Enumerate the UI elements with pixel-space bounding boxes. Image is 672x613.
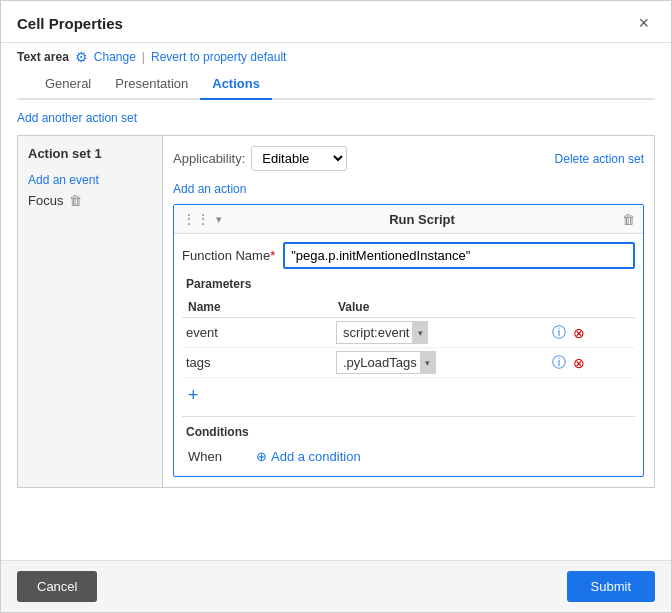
dialog-header: Cell Properties × [1, 1, 671, 43]
circle-plus-icon: ⊕ [256, 449, 267, 464]
function-name-label: Function Name* [182, 248, 275, 263]
table-row: tags .pyLoadTags ▾ [182, 348, 635, 378]
action-card: ⋮⋮ ▾ Run Script 🗑 Function Name* [173, 204, 644, 477]
submit-button[interactable]: Submit [567, 571, 655, 602]
tabs-bar: General Presentation Actions [17, 69, 655, 100]
action-set-main: Applicability: Editable Read Only Always… [163, 136, 654, 487]
drag-handle-icon[interactable]: ⋮⋮ [182, 211, 210, 227]
action-card-header: ⋮⋮ ▾ Run Script 🗑 [174, 205, 643, 234]
table-row: event script:event ▾ [182, 318, 635, 348]
event-item: Focus 🗑 [28, 193, 152, 208]
function-name-row: Function Name* [182, 242, 635, 269]
separator: | [142, 50, 145, 64]
dialog-footer: Cancel Submit [1, 560, 671, 612]
action-card-body: Function Name* Parameters Name [174, 234, 643, 476]
param-info-btn-0[interactable]: ⓘ [550, 322, 568, 344]
add-action-link[interactable]: Add an action [173, 182, 246, 196]
param-remove-btn-0[interactable]: ⊗ [571, 323, 587, 343]
dialog-title: Cell Properties [17, 15, 123, 32]
applicability-label: Applicability: [173, 151, 245, 166]
param-info-btn-1[interactable]: ⓘ [550, 352, 568, 374]
delete-action-icon[interactable]: 🗑 [622, 212, 635, 227]
action-set-title: Action set 1 [28, 146, 152, 161]
change-link[interactable]: Change [94, 50, 136, 64]
action-title: Run Script [228, 212, 616, 227]
when-label: When [188, 449, 248, 464]
event-name: Focus [28, 193, 63, 208]
conditions-label: Conditions [182, 425, 635, 439]
param-value-container-1: .pyLoadTags ▾ [336, 351, 436, 374]
param-name-cell: tags [182, 348, 332, 378]
close-button[interactable]: × [632, 11, 655, 36]
param-actions-0: ⓘ ⊗ [550, 322, 631, 344]
when-row: When ⊕ Add a condition [182, 445, 635, 468]
delete-event-icon[interactable]: 🗑 [69, 193, 82, 208]
required-star: * [270, 248, 275, 263]
add-action-set-link[interactable]: Add another action set [17, 111, 137, 125]
action-set-sidebar: Action set 1 Add an event Focus 🗑 [18, 136, 163, 487]
param-value-1: .pyLoadTags [336, 351, 436, 374]
tab-general[interactable]: General [33, 69, 103, 100]
subheader-row: Text area ⚙ Change | Revert to property … [17, 49, 655, 65]
delete-action-set-link[interactable]: Delete action set [555, 152, 644, 166]
add-condition-link[interactable]: ⊕ Add a condition [256, 449, 361, 464]
action-dropdown-icon[interactable]: ▾ [216, 213, 222, 226]
param-actions-1: ⓘ ⊗ [550, 352, 631, 374]
tab-actions[interactable]: Actions [200, 69, 272, 100]
param-value-0: script:event [336, 321, 428, 344]
dialog-body: Add another action set Action set 1 Add … [1, 100, 671, 560]
applicability-left: Applicability: Editable Read Only Always… [173, 146, 347, 171]
param-name-cell: event [182, 318, 332, 348]
applicability-select[interactable]: Editable Read Only Always Disabled [251, 146, 347, 171]
param-actions-cell-1: ⓘ ⊗ [546, 348, 635, 378]
param-value-cell: .pyLoadTags ▾ [332, 348, 546, 378]
add-param-button[interactable]: + [188, 386, 199, 404]
function-name-input[interactable] [283, 242, 635, 269]
param-value-cell: script:event ▾ [332, 318, 546, 348]
tab-presentation[interactable]: Presentation [103, 69, 200, 100]
params-value-header: Value [332, 297, 546, 318]
parameters-section: Parameters Name Value [182, 277, 635, 412]
revert-link[interactable]: Revert to property default [151, 50, 286, 64]
cancel-button[interactable]: Cancel [17, 571, 97, 602]
settings-icon: ⚙ [75, 49, 88, 65]
parameters-label: Parameters [182, 277, 635, 291]
params-table: Name Value event [182, 297, 635, 378]
dialog-subheader: Text area ⚙ Change | Revert to property … [1, 43, 671, 100]
param-remove-btn-1[interactable]: ⊗ [571, 353, 587, 373]
param-value-container-0: script:event ▾ [336, 321, 428, 344]
param-actions-cell-0: ⓘ ⊗ [546, 318, 635, 348]
cell-properties-dialog: Cell Properties × Text area ⚙ Change | R… [0, 0, 672, 613]
params-name-header: Name [182, 297, 332, 318]
subheader-label: Text area [17, 50, 69, 64]
conditions-section: Conditions When ⊕ Add a condition [182, 416, 635, 468]
add-event-link[interactable]: Add an event [28, 173, 152, 187]
applicability-row: Applicability: Editable Read Only Always… [173, 146, 644, 171]
action-set-container: Action set 1 Add an event Focus 🗑 Applic… [17, 135, 655, 488]
